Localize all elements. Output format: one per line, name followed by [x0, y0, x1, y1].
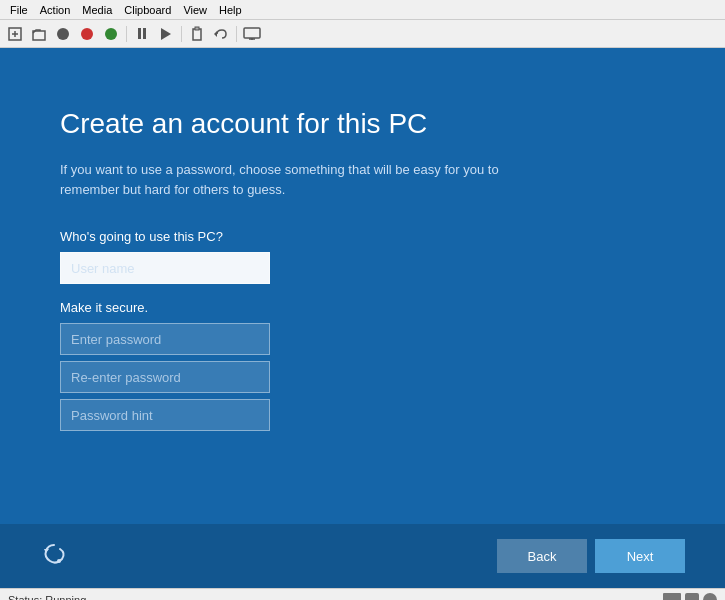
make-secure-label: Make it secure. [60, 300, 665, 315]
toolbar-display[interactable] [241, 23, 263, 45]
status-text: Status: Running [8, 594, 86, 601]
who-label: Who's going to use this PC? [60, 229, 665, 244]
status-bar: Status: Running [0, 588, 725, 600]
password-input[interactable] [60, 323, 270, 355]
statusbar-icon-2 [685, 593, 699, 601]
password-hint-input[interactable] [60, 399, 270, 431]
menu-media[interactable]: Media [76, 0, 118, 19]
svg-rect-4 [193, 29, 201, 40]
refresh-icon[interactable] [40, 539, 68, 573]
next-button[interactable]: Next [595, 539, 685, 573]
svg-rect-7 [244, 28, 260, 38]
menu-file[interactable]: File [4, 0, 34, 19]
toolbar-open[interactable] [28, 23, 50, 45]
menu-clipboard[interactable]: Clipboard [118, 0, 177, 19]
svg-rect-5 [195, 27, 199, 30]
reenter-password-input[interactable] [60, 361, 270, 393]
toolbar-clipboard[interactable] [186, 23, 208, 45]
menu-bar: File Action Media Clipboard View Help [0, 0, 725, 20]
form-content: Create an account for this PC If you wan… [0, 48, 725, 524]
toolbar-record-green[interactable] [100, 23, 122, 45]
toolbar-record-red[interactable] [76, 23, 98, 45]
toolbar-separator-3 [236, 26, 237, 42]
svg-rect-3 [33, 31, 45, 40]
toolbar-undo[interactable] [210, 23, 232, 45]
toolbar-separator-2 [181, 26, 182, 42]
svg-marker-6 [214, 31, 217, 37]
toolbar-play[interactable] [155, 23, 177, 45]
username-input[interactable] [60, 252, 270, 284]
toolbar-separator-1 [126, 26, 127, 42]
main-content-area: Create an account for this PC If you wan… [0, 48, 725, 588]
toolbar-new[interactable] [4, 23, 26, 45]
page-description: If you want to use a password, choose so… [60, 160, 520, 199]
menu-help[interactable]: Help [213, 0, 248, 19]
statusbar-icons [663, 593, 717, 601]
svg-point-11 [57, 559, 61, 563]
statusbar-icon-1 [663, 593, 681, 601]
toolbar-stop[interactable] [52, 23, 74, 45]
menu-action[interactable]: Action [34, 0, 77, 19]
statusbar-icon-3 [703, 593, 717, 601]
page-title: Create an account for this PC [60, 108, 665, 140]
toolbar-pause[interactable] [131, 23, 153, 45]
menu-view[interactable]: View [177, 0, 213, 19]
navigation-buttons: Back Next [497, 539, 685, 573]
bottom-bar: Back Next [0, 524, 725, 588]
back-button[interactable]: Back [497, 539, 587, 573]
toolbar [0, 20, 725, 48]
